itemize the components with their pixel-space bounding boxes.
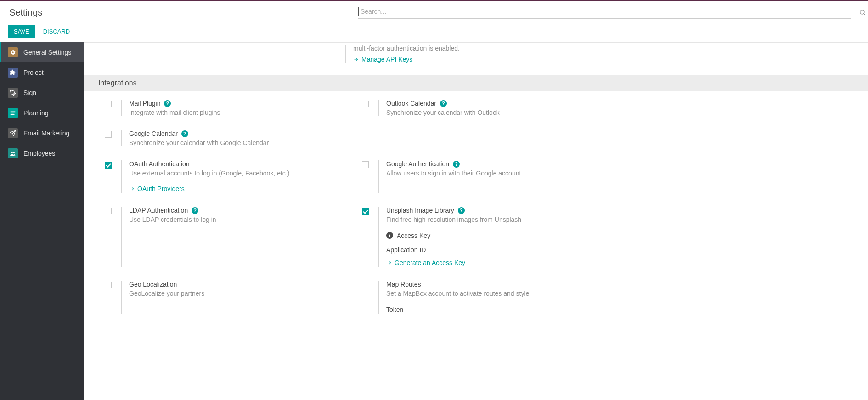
discard-button[interactable]: DISCARD (41, 25, 72, 38)
setting-title: Unsplash Image Library (386, 207, 454, 214)
header-row: Settings (0, 1, 868, 23)
search-input[interactable] (360, 7, 851, 16)
generate-access-key-link[interactable]: Generate an Access Key (386, 259, 465, 266)
setting-title: Map Routes (386, 281, 421, 288)
search-caret (358, 7, 359, 16)
setting-desc: GeoLocalize your partners (129, 290, 341, 297)
gear-icon (8, 47, 18, 57)
setting-title: Geo Localization (129, 281, 177, 288)
google-calendar-checkbox[interactable] (105, 131, 112, 138)
setting-google-calendar: Google Calendar ? Synchronize your calen… (84, 130, 341, 146)
sidebar-item-general-settings[interactable]: General Settings (0, 42, 84, 62)
setting-title: Google Authentication (386, 160, 449, 168)
sidebar-item-label: Employees (23, 150, 55, 157)
access-key-row: i Access Key (386, 231, 598, 240)
setting-oauth-authentication: OAuth Authentication Use external accoun… (84, 160, 341, 193)
info-icon[interactable]: i (386, 232, 393, 239)
access-key-label: Access Key (397, 232, 430, 239)
svg-line-1 (864, 14, 865, 15)
link-label: Generate an Access Key (395, 259, 465, 266)
outlook-calendar-checkbox[interactable] (362, 101, 369, 107)
content: multi-factor authentication is enabled. … (84, 42, 868, 400)
unsplash-checkbox[interactable] (362, 208, 369, 215)
help-icon[interactable]: ? (440, 100, 447, 107)
paper-plane-icon (8, 128, 18, 138)
setting-google-authentication: Google Authentication ? Allow users to s… (341, 160, 598, 193)
link-label: OAuth Providers (137, 185, 185, 192)
planning-icon (8, 108, 18, 118)
setting-desc: Use external accounts to log in (Google,… (129, 169, 341, 177)
setting-geo-localization: Geo Localization GeoLocalize your partne… (84, 281, 341, 314)
settings-grid: Mail Plugin ? Integrate with mail client… (84, 91, 868, 328)
body-row: General Settings Project Sign Planning E… (0, 42, 868, 400)
sidebar-item-project[interactable]: Project (0, 62, 84, 83)
ldap-checkbox[interactable] (105, 208, 112, 214)
sidebar-item-sign[interactable]: Sign (0, 83, 84, 103)
setting-title: LDAP Authentication (129, 207, 188, 214)
sidebar-item-label: Planning (23, 109, 49, 117)
setting-title: Google Calendar (129, 130, 178, 137)
setting-outlook-calendar: Outlook Calendar ? Synchronize your cale… (341, 100, 598, 116)
setting-unsplash: Unsplash Image Library ? Find free high-… (341, 207, 598, 267)
section-header-integrations: Integrations (84, 75, 868, 91)
sidebar-item-planning[interactable]: Planning (0, 103, 84, 123)
sidebar-item-label: General Settings (23, 49, 71, 56)
svg-rect-3 (11, 113, 14, 113)
setting-title: OAuth Authentication (129, 160, 190, 168)
token-label: Token (386, 306, 403, 313)
setting-desc: Use LDAP credentials to log in (129, 216, 341, 223)
oauth-providers-link[interactable]: OAuth Providers (129, 185, 185, 192)
arrow-right-icon (353, 56, 359, 62)
arrow-right-icon (129, 186, 135, 192)
oauth-checkbox[interactable] (105, 162, 112, 169)
setting-map-routes: Map Routes Set a MapBox account to activ… (341, 281, 598, 314)
sidebar-item-label: Email Marketing (23, 130, 69, 137)
search-wrap[interactable] (358, 6, 851, 19)
mail-plugin-checkbox[interactable] (105, 101, 112, 107)
svg-point-5 (11, 152, 13, 153)
setting-mail-plugin: Mail Plugin ? Integrate with mail client… (84, 100, 341, 116)
access-key-input[interactable] (434, 231, 526, 240)
svg-rect-4 (11, 114, 15, 115)
setting-ldap-authentication: LDAP Authentication ? Use LDAP credentia… (84, 207, 341, 267)
page-title: Settings (0, 6, 358, 23)
setting-title: Mail Plugin (129, 100, 160, 107)
svg-point-6 (13, 152, 15, 153)
help-icon[interactable]: ? (192, 207, 198, 214)
app-id-input[interactable] (429, 245, 521, 254)
setting-desc: Integrate with mail client plugins (129, 109, 341, 116)
mfa-description: multi-factor authentication is enabled. (353, 45, 868, 52)
sign-icon (8, 88, 18, 98)
svg-point-0 (860, 10, 864, 14)
setting-desc: Synchronize your calendar with Google Ca… (129, 139, 341, 146)
puzzle-icon (8, 68, 18, 78)
link-label: Manage API Keys (361, 56, 412, 63)
google-auth-checkbox[interactable] (362, 161, 369, 168)
search-icon[interactable] (856, 6, 868, 16)
sidebar-item-employees[interactable]: Employees (0, 143, 84, 163)
save-button[interactable]: SAVE (8, 25, 35, 38)
sidebar-item-label: Sign (23, 89, 36, 96)
setting-desc: Synchronize your calendar with Outlook (386, 109, 598, 116)
svg-rect-2 (11, 112, 16, 113)
token-input[interactable] (407, 304, 499, 314)
sidebar-item-email-marketing[interactable]: Email Marketing (0, 123, 84, 143)
setting-desc: Set a MapBox account to activate routes … (386, 290, 598, 297)
help-icon[interactable]: ? (164, 100, 171, 107)
setting-desc: Find free high-resolution images from Un… (386, 216, 598, 223)
help-icon[interactable]: ? (458, 207, 465, 214)
manage-api-keys-link[interactable]: Manage API Keys (353, 56, 412, 63)
app-id-label: Application ID (386, 246, 426, 254)
users-icon (8, 148, 18, 158)
action-row: SAVE DISCARD (0, 23, 868, 42)
help-icon[interactable]: ? (181, 130, 188, 137)
help-icon[interactable]: ? (453, 161, 460, 168)
arrow-right-icon (386, 260, 392, 265)
mfa-fragment-row: multi-factor authentication is enabled. … (84, 43, 868, 75)
sidebar-item-label: Project (23, 69, 44, 76)
geo-checkbox[interactable] (105, 282, 112, 288)
app-id-row: Application ID (386, 245, 598, 254)
setting-desc: Allow users to sign in with their Google… (386, 169, 598, 177)
token-row: Token (386, 304, 598, 314)
sidebar: General Settings Project Sign Planning E… (0, 42, 84, 400)
